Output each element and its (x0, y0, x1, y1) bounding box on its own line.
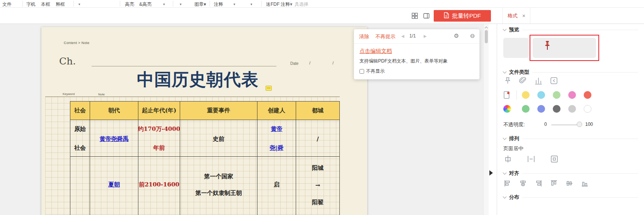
toolbar-item-tool-select: 具选择 (295, 1, 308, 8)
section-arrange[interactable]: 排列 (497, 135, 644, 142)
color-swatch-white[interactable] (584, 105, 591, 113)
opacity-slider-track[interactable] (551, 124, 579, 125)
section-file-type[interactable]: 文件类型 (497, 69, 644, 76)
edit-document-link[interactable]: 点击编辑文档 (359, 48, 392, 55)
align-bottom-icon[interactable] (581, 179, 590, 188)
dropdown-arrow-icon[interactable]: ▾ (250, 2, 252, 6)
toolbar-item-notebox[interactable]: 释框 (56, 1, 65, 8)
cell-text: → (315, 182, 320, 189)
toolbar-item-comment[interactable]: 注释 (214, 1, 223, 8)
scroll-up-icon[interactable] (485, 27, 488, 30)
popup-body: 点击编辑文档 支持编辑PDF文档文本、图片、表单等对象 不再显示 (354, 44, 479, 79)
color-swatch-red[interactable] (584, 91, 591, 99)
dont-show-checkbox[interactable] (359, 69, 364, 74)
toolbar-item-highlight[interactable]: 高亮 (125, 1, 134, 8)
no-remind-button[interactable]: 不再提示 (375, 33, 395, 40)
export-back-icon[interactable] (550, 76, 559, 86)
color-swatch-green2[interactable] (522, 105, 530, 113)
toolbar-item-textbox[interactable]: 本框 (41, 1, 50, 8)
toolbar-item-squiggly-highlight[interactable]: &高亮 (139, 1, 152, 8)
document-viewport[interactable]: Content > Note Ch. Date / / 中国历史朝代表 Keyw… (0, 24, 483, 215)
dropdown-arrow-icon[interactable]: ▾ (163, 2, 165, 6)
opacity-min: 0 (544, 122, 547, 127)
opacity-max: 100 (585, 122, 593, 127)
dropdown-arrow-icon[interactable]: ▾ (233, 2, 235, 6)
popup-header: 清除 不再提示 ◀ 1/1 ▶ ⚙ ⊖ (354, 29, 479, 44)
chevron-down-icon (503, 195, 507, 199)
section-rule (522, 173, 638, 174)
color-swatch-lightgray[interactable] (568, 105, 576, 113)
toolbar-item-phone[interactable]: 字机 (26, 1, 36, 8)
pdf-page: Content > Note Ch. Date / / 中国历史朝代表 Keyw… (41, 27, 367, 215)
color-swatch-cyan[interactable] (537, 91, 545, 99)
align-right-icon[interactable] (534, 179, 543, 188)
batch-convert-pdf-button[interactable]: 批量转PDF (434, 10, 491, 22)
align-center-icon[interactable] (519, 179, 528, 188)
format-panel-tab[interactable]: 格式 × (503, 8, 530, 24)
scrollbar-thumb[interactable] (485, 30, 488, 43)
format-tab-label: 格式 (508, 12, 518, 19)
note-label: Note (98, 93, 105, 96)
page-breadcrumb: Content > Note (64, 41, 89, 45)
toolbar-item-stamp[interactable]: 图章▾ (194, 1, 206, 8)
cell-text: / (317, 135, 319, 142)
section-align[interactable]: 对齐 (497, 170, 644, 177)
pdf-file-icon (444, 12, 449, 20)
edit-hint-popup: 清除 不再提示 ◀ 1/1 ▶ ⚙ ⊖ 点击编辑文档 支持编辑PDF文档文本、图… (354, 29, 480, 80)
preview-swatch-plain[interactable] (503, 38, 529, 58)
section-title: 分布 (509, 194, 519, 201)
align-left-icon[interactable] (503, 179, 513, 188)
section-preview[interactable]: 预览 (497, 26, 644, 33)
clear-button[interactable]: 清除 (359, 33, 369, 40)
vertical-scrollbar[interactable] (483, 24, 489, 215)
distribute-horizontal-icon[interactable] (526, 154, 537, 164)
section-rule (522, 197, 638, 198)
pdf-editor-app: 文件 字机 本框 释框 ▾ 高亮 &高亮 ▾ ▾ 图章▾ 注释 ▾ ▾ 送FDF… (0, 0, 644, 215)
dynasty-link[interactable]: 夏朝 (108, 181, 120, 188)
next-page-icon[interactable]: ▶ (424, 34, 427, 38)
founder-link[interactable]: 尧|舜 (270, 144, 283, 152)
dynasty-link[interactable]: 黄帝尧舜禹 (100, 135, 129, 143)
color-swatch-darkgray[interactable] (553, 105, 561, 113)
color-swatch-multicolor[interactable] (503, 105, 511, 113)
header-dynasty: 朝代 (90, 102, 138, 120)
color-swatch-purple[interactable] (537, 105, 545, 113)
color-swatch-green[interactable] (553, 91, 561, 99)
preview-swatch-pushpin[interactable] (533, 38, 596, 58)
sticky-note-annotation-icon[interactable] (266, 86, 272, 91)
founder-link[interactable]: 黄帝 (271, 125, 283, 133)
file-with-pin-icon[interactable] (503, 90, 512, 100)
date-separator: / (332, 61, 334, 65)
toolbar-item-send-fdf[interactable]: 送FDF (266, 1, 279, 8)
section-distribute[interactable]: 分布 (497, 194, 644, 201)
page-panel-view-icon[interactable] (423, 12, 430, 19)
panel-collapse-handle[interactable] (489, 170, 493, 176)
cell-text: 第一个奴隶制王朝 (196, 190, 242, 197)
grid-view-icon[interactable] (411, 12, 418, 19)
dropdown-arrow-icon[interactable]: ▾ (180, 2, 182, 6)
pin-icon[interactable] (503, 76, 513, 86)
chart-bars-icon[interactable] (534, 76, 543, 86)
position-icon[interactable] (550, 154, 560, 164)
dont-show-label: 不再显示 (366, 68, 385, 74)
chevron-down-icon (503, 27, 507, 31)
paperclip-icon[interactable] (519, 76, 528, 86)
gear-icon[interactable]: ⚙ (454, 32, 459, 39)
table-row: 夏朝 前2100-1600 第一个国家 第一个奴隶制王朝 启 (70, 157, 340, 215)
dropdown-arrow-icon[interactable]: ▾ (78, 2, 80, 6)
color-swatch-pink[interactable] (568, 91, 576, 99)
close-panel-icon[interactable]: × (522, 13, 525, 19)
align-middle-icon[interactable] (565, 179, 574, 188)
center-horizontal-icon[interactable] (503, 154, 513, 164)
page-center-label: 页面居中 (503, 145, 523, 152)
header-period: 起止年代(年) (138, 102, 180, 120)
color-swatch-yellow[interactable] (522, 91, 530, 99)
menu-file[interactable]: 文件 (2, 1, 12, 8)
format-panel: 预览 文件类型 (497, 24, 644, 215)
section-title: 排列 (509, 135, 519, 142)
prev-page-icon[interactable]: ◀ (401, 34, 404, 38)
minimize-icon[interactable]: ⊖ (470, 32, 475, 39)
header-rule (92, 66, 276, 66)
align-top-icon[interactable] (550, 179, 559, 188)
opacity-slider-knob[interactable] (577, 122, 582, 127)
